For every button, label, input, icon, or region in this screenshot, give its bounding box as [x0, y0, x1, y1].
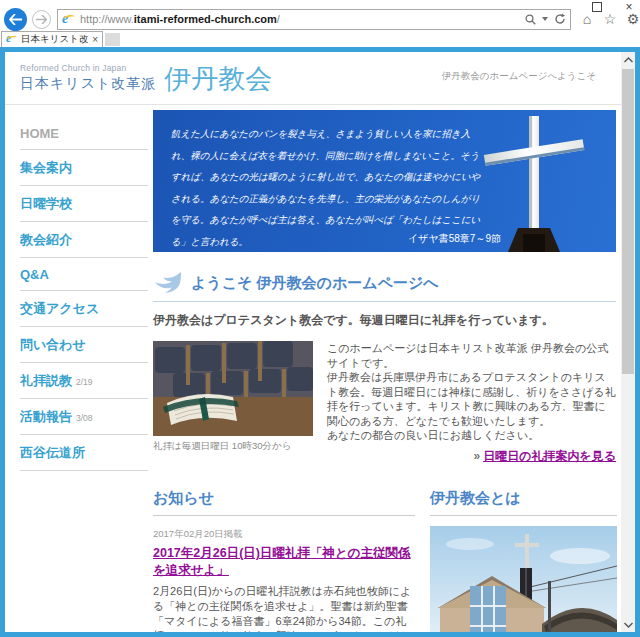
hero-banner: 飢えた人にあなたのパンを裂き与え、さまよう貧しい人を家に招き入れ、裸の人に会えば…: [153, 110, 616, 252]
settings-gear-icon[interactable]: ⚙: [625, 11, 640, 27]
news-date: 2017年02月20日掲載: [153, 528, 415, 541]
window-frame: [0, 47, 640, 52]
forward-arrow-icon: [36, 15, 47, 24]
dove-icon: [153, 271, 183, 295]
cross-photo: [466, 110, 616, 252]
news-section: お知らせ 2017年02月20日掲載 2017年2月26日(日)日曜礼拝「神との…: [153, 489, 415, 632]
home-icon[interactable]: ⌂: [579, 11, 595, 27]
sidebar-item-sunday-school[interactable]: 日曜学校: [20, 186, 148, 222]
bible-photo-figure: 礼拝は毎週日曜日 10時30分から: [153, 341, 313, 463]
scroll-up-icon[interactable]: [621, 52, 635, 67]
sidebar-item-access[interactable]: 交通アクセス: [20, 291, 148, 327]
site-title: 伊丹教会: [164, 67, 272, 93]
about-heading: 伊丹教会とは: [430, 489, 617, 516]
sidebar-item-church-intro[interactable]: 教会紹介: [20, 222, 148, 258]
tab-close-icon[interactable]: ×: [91, 34, 99, 45]
brand-subtitle-en: Reformed Church in Japan: [20, 63, 156, 73]
tab-title: 日本キリスト改革派 伊丹教会...: [21, 33, 88, 46]
church-building-photo: [430, 526, 617, 632]
welcome-lead: 伊丹教会はプロテスタント教会です。毎週日曜日に礼拝を行っています。: [153, 312, 616, 329]
ie-icon: e: [62, 13, 75, 26]
back-arrow-icon: [9, 14, 22, 25]
search-dropdown-icon[interactable]: [542, 17, 548, 21]
sidebar-item-qa[interactable]: Q&A: [20, 258, 148, 291]
page-scrollbar[interactable]: [621, 52, 635, 632]
site-logo[interactable]: Reformed Church in Japan 日本キリスト改革派 伊丹教会: [20, 63, 272, 93]
tab-favicon: e: [6, 34, 17, 45]
sidebar-item-home[interactable]: HOME: [20, 117, 148, 150]
header-welcome-note: 伊丹教会のホームページへようこそ: [442, 63, 596, 83]
forward-button[interactable]: [32, 10, 51, 29]
photo-caption: 礼拝は毎週日曜日 10時30分から: [153, 440, 313, 453]
back-button[interactable]: [4, 8, 27, 31]
news-heading: お知らせ: [153, 489, 415, 516]
scrollbar-thumb[interactable]: [622, 69, 634, 374]
tab-bar: e 日本キリスト改革派 伊丹教会... ×: [0, 31, 640, 47]
scroll-down-icon[interactable]: [621, 617, 635, 632]
sidebar-item-reports[interactable]: 活動報告3/08: [20, 399, 148, 435]
site-description: このホームページは日本キリスト改革派 伊丹教会の公式サイトです。 伊丹教会は兵庫…: [327, 341, 616, 463]
web-page: Reformed Church in Japan 日本キリスト改革派 伊丹教会 …: [5, 52, 621, 632]
main-content: 飢えた人にあなたのパンを裂き与え、さまよう貧しい人を家に招き入れ、裸の人に会えば…: [148, 105, 621, 632]
about-section: 伊丹教会とは: [430, 489, 617, 632]
link-arrows: »: [473, 449, 480, 463]
browser-window: × e http://www.itami-reformed-church.com…: [0, 0, 640, 637]
welcome-section-header: ようこそ 伊丹教会のホームページへ: [153, 271, 616, 302]
welcome-heading: ようこそ 伊丹教会のホームページへ: [191, 274, 439, 293]
site-header: Reformed Church in Japan 日本キリスト改革派 伊丹教会 …: [5, 52, 621, 105]
new-tab-button[interactable]: [105, 33, 120, 46]
search-icon[interactable]: [525, 14, 536, 25]
browser-tab[interactable]: e 日本キリスト改革派 伊丹教会... ×: [1, 31, 103, 47]
sidebar-item-contact[interactable]: 問い合わせ: [20, 327, 148, 363]
bible-verse-reference: イザヤ書58章7～9節: [171, 232, 501, 246]
url-text[interactable]: http://www.itami-reformed-church.com/: [80, 13, 525, 25]
favorites-star-icon[interactable]: ☆: [602, 11, 618, 27]
sidebar-item-meetings[interactable]: 集会案内: [20, 150, 148, 186]
sunday-worship-link[interactable]: 日曜日の礼拝案内を見る: [483, 449, 616, 463]
address-bar[interactable]: e http://www.itami-reformed-church.com/: [57, 9, 571, 30]
sidebar-item-nishitani[interactable]: 西谷伝道所: [20, 435, 148, 471]
news-link-1[interactable]: 2017年2月26日(日)日曜礼拝「神との主従関係を追求せよ」: [153, 545, 415, 579]
refresh-icon[interactable]: [554, 13, 566, 25]
bible-photo: [153, 341, 313, 436]
brand-subtitle-jp: 日本キリスト改革派: [20, 75, 156, 93]
news-body: 2月26日(日)からの日曜礼拝説教は赤石純也牧師による「神との主従関係を追求せよ…: [153, 584, 415, 632]
navigation-bar: e http://www.itami-reformed-church.com/ …: [0, 7, 640, 31]
sidebar-item-sermons[interactable]: 礼拝説教2/19: [20, 363, 148, 399]
sidebar-nav: HOME 集会案内 日曜学校 教会紹介 Q&A 交通アクセス 問い合わせ 礼拝説…: [20, 105, 148, 632]
